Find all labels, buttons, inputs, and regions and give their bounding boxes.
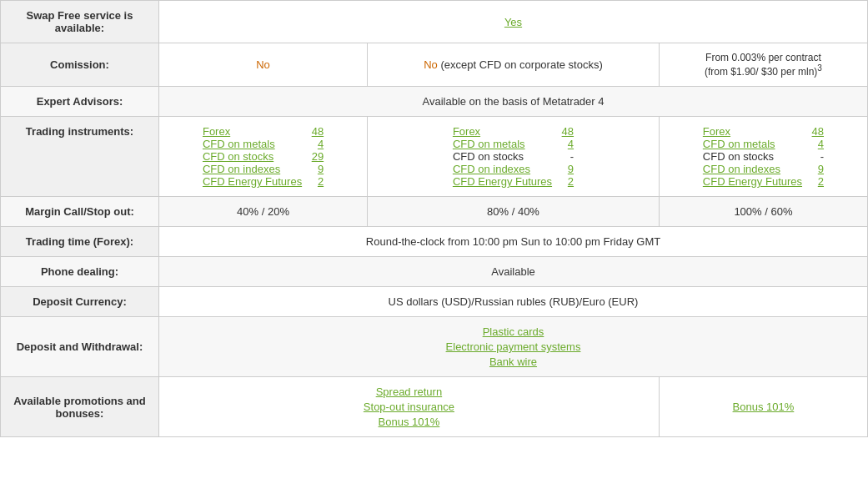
energy-link-2[interactable]: CFD Energy Futures — [453, 175, 552, 188]
trading-instruments-row: Trading instruments: Forex 48 CFD on met… — [1, 117, 868, 197]
phone-dealing-label: Phone dealing: — [1, 257, 159, 287]
bank-wire-link[interactable]: Bank wire — [489, 355, 537, 368]
stocks-count-1: 29 — [309, 150, 324, 163]
instrument-line: Forex 48 — [203, 125, 324, 138]
swap-free-value: Yes — [159, 1, 868, 43]
trading-time-row: Trading time (Forex): Round-the-clock fr… — [1, 227, 868, 257]
metals-link-2[interactable]: CFD on metals — [453, 138, 525, 150]
instrument-line: CFD on metals 4 — [453, 138, 574, 150]
metals-link-3[interactable]: CFD on metals — [703, 138, 775, 150]
deposit-withdrawal-row: Deposit and Withdrawal: Plastic cards El… — [1, 317, 868, 377]
electronic-payment-link[interactable]: Electronic payment systems — [446, 340, 581, 353]
expert-advisors-label: Expert Advisors: — [1, 87, 159, 117]
indexes-count-2: 9 — [559, 163, 574, 175]
instrument-line: CFD on indexes 9 — [203, 163, 324, 175]
metals-count-1: 4 — [309, 138, 324, 150]
instrument-block-1: Forex 48 CFD on metals 4 CFD on stocks 2… — [203, 125, 324, 188]
margin-call-col2: 80% / 40% — [368, 197, 660, 227]
instrument-line: CFD Energy Futures 2 — [203, 175, 324, 188]
forex-link-3[interactable]: Forex — [703, 125, 730, 138]
indexes-link-3[interactable]: CFD on indexes — [703, 163, 780, 175]
indexes-link-2[interactable]: CFD on indexes — [453, 163, 530, 175]
promotions-row: Available promotions and bonuses: Spread… — [1, 377, 868, 437]
forex-count-2: 48 — [559, 125, 574, 138]
deposit-currency-label: Deposit Currency: — [1, 287, 159, 317]
deposit-withdrawal-value: Plastic cards Electronic payment systems… — [159, 317, 868, 377]
instrument-line: CFD on indexes 9 — [703, 163, 824, 175]
forex-link-2[interactable]: Forex — [453, 125, 480, 138]
instrument-line: CFD on stocks - — [453, 150, 574, 163]
commission-label: Comission: — [1, 43, 159, 87]
deposit-currency-value: US dollars (USD)/Russian rubles (RUB)/Eu… — [159, 287, 868, 317]
swap-free-link[interactable]: Yes — [504, 16, 522, 28]
instrument-line: CFD Energy Futures 2 — [453, 175, 574, 188]
energy-count-3: 2 — [809, 175, 824, 188]
energy-link-1[interactable]: CFD Energy Futures — [203, 175, 302, 188]
stocks-text-3: CFD on stocks — [703, 150, 774, 163]
commission-sup: 3 — [817, 63, 822, 73]
stocks-dash-3: - — [809, 150, 824, 163]
forex-link-1[interactable]: Forex — [203, 125, 230, 138]
spread-return-link[interactable]: Spread return — [376, 386, 443, 398]
energy-link-3[interactable]: CFD Energy Futures — [703, 175, 802, 188]
trading-time-label: Trading time (Forex): — [1, 227, 159, 257]
commission-col3: From 0.003% per contract(from $1.90/ $30… — [659, 43, 867, 87]
trading-instruments-col2: Forex 48 CFD on metals 4 CFD on stocks -… — [368, 117, 660, 197]
deposit-currency-row: Deposit Currency: US dollars (USD)/Russi… — [1, 287, 868, 317]
instrument-line: CFD on stocks 29 — [203, 150, 324, 163]
indexes-count-1: 9 — [309, 163, 324, 175]
metals-count-2: 4 — [559, 138, 574, 150]
expert-advisors-row: Expert Advisors: Available on the basis … — [1, 87, 868, 117]
forex-count-1: 48 — [309, 125, 324, 138]
commission-col2: No (except CFD on corporate stocks) — [368, 43, 660, 87]
promotions-col2-links: Bonus 101% — [671, 401, 855, 413]
margin-call-row: Margin Call/Stop out: 40% / 20% 80% / 40… — [1, 197, 868, 227]
phone-dealing-value: Available — [159, 257, 868, 287]
bonus-101-link-2[interactable]: Bonus 101% — [733, 401, 795, 413]
stocks-link-1[interactable]: CFD on stocks — [203, 150, 273, 163]
metals-link-1[interactable]: CFD on metals — [203, 138, 275, 150]
trading-instruments-col3: Forex 48 CFD on metals 4 CFD on stocks -… — [659, 117, 867, 197]
commission-col1: No — [159, 43, 368, 87]
promotions-col1-links: Spread return Stop-out insurance Bonus 1… — [171, 386, 647, 428]
instrument-line: CFD Energy Futures 2 — [703, 175, 824, 188]
metals-count-3: 4 — [809, 138, 824, 150]
phone-dealing-row: Phone dealing: Available — [1, 257, 868, 287]
energy-count-1: 2 — [309, 175, 324, 188]
swap-free-label: Swap Free service is available: — [1, 1, 159, 43]
trading-time-value: Round-the-clock from 10:00 pm Sun to 10:… — [159, 227, 868, 257]
margin-call-col1: 40% / 20% — [159, 197, 368, 227]
trading-instruments-col1: Forex 48 CFD on metals 4 CFD on stocks 2… — [159, 117, 368, 197]
promotions-col2: Bonus 101% — [659, 377, 867, 437]
indexes-link-1[interactable]: CFD on indexes — [203, 163, 280, 175]
instrument-line: CFD on stocks - — [703, 150, 824, 163]
instrument-block-2: Forex 48 CFD on metals 4 CFD on stocks -… — [453, 125, 574, 188]
expert-advisors-value: Available on the basis of Metatrader 4 — [159, 87, 868, 117]
instrument-line: Forex 48 — [703, 125, 824, 138]
deposit-withdrawal-label: Deposit and Withdrawal: — [1, 317, 159, 377]
instrument-line: CFD on metals 4 — [703, 138, 824, 150]
indexes-count-3: 9 — [809, 163, 824, 175]
stop-out-insurance-link[interactable]: Stop-out insurance — [364, 401, 454, 413]
promotions-label: Available promotions and bonuses: — [1, 377, 159, 437]
commission-row: Comission: No No (except CFD on corporat… — [1, 43, 868, 87]
plastic-cards-link[interactable]: Plastic cards — [483, 325, 544, 338]
stocks-text-2: CFD on stocks — [453, 150, 524, 163]
stocks-dash-2: - — [559, 150, 574, 163]
bonus-101-link-1[interactable]: Bonus 101% — [379, 416, 440, 428]
energy-count-2: 2 — [559, 175, 574, 188]
forex-count-3: 48 — [809, 125, 824, 138]
instrument-line: CFD on metals 4 — [203, 138, 324, 150]
instrument-line: Forex 48 — [453, 125, 574, 138]
margin-call-col3: 100% / 60% — [659, 197, 867, 227]
instrument-line: CFD on indexes 9 — [453, 163, 574, 175]
margin-call-label: Margin Call/Stop out: — [1, 197, 159, 227]
swap-free-row: Swap Free service is available: Yes — [1, 1, 868, 43]
deposit-links: Plastic cards Electronic payment systems… — [171, 325, 855, 368]
instrument-block-3: Forex 48 CFD on metals 4 CFD on stocks -… — [703, 125, 824, 188]
promotions-col1: Spread return Stop-out insurance Bonus 1… — [159, 377, 660, 437]
trading-instruments-label: Trading instruments: — [1, 117, 159, 197]
